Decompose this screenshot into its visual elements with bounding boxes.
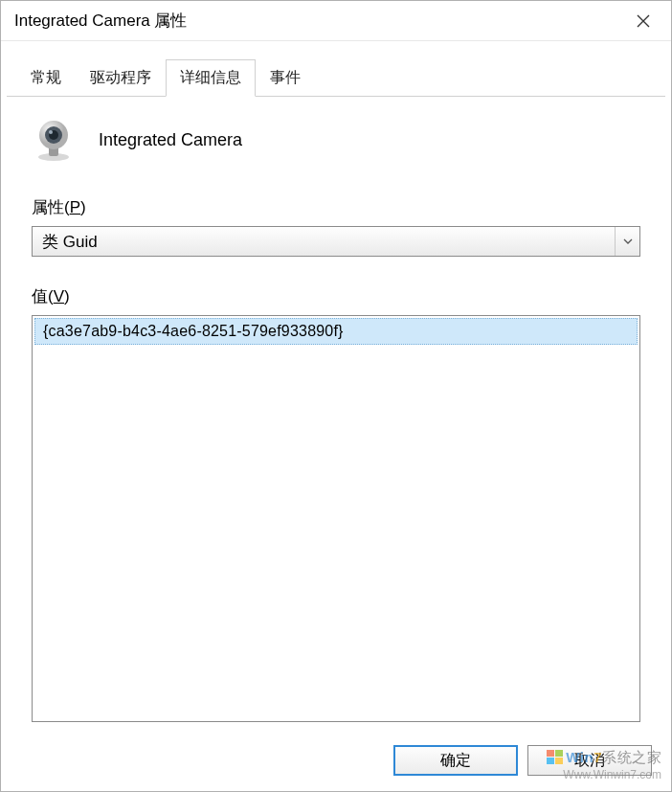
close-button[interactable]: [619, 1, 667, 40]
titlebar: Integrated Camera 属性: [1, 1, 671, 41]
camera-icon: [32, 118, 76, 162]
button-row: 确定 取消: [7, 732, 665, 785]
value-item[interactable]: {ca3e7ab9-b4c3-4ae6-8251-579ef933890f}: [34, 318, 638, 345]
tab-panel-details: Integrated Camera 属性(P) 类 Guid 值(V) {ca3…: [7, 96, 665, 732]
device-header: Integrated Camera: [32, 118, 640, 162]
properties-dialog: Integrated Camera 属性 常规 驱动程序 详细信息 事件: [0, 0, 672, 792]
chevron-down-icon: [615, 227, 639, 256]
tab-events[interactable]: 事件: [256, 59, 315, 97]
tab-details[interactable]: 详细信息: [166, 59, 256, 97]
cancel-button[interactable]: 取消: [527, 745, 652, 776]
close-icon: [637, 14, 650, 28]
property-label: 属性(P): [32, 196, 640, 218]
window-title: Integrated Camera 属性: [14, 10, 619, 32]
device-name: Integrated Camera: [99, 130, 242, 150]
tab-general[interactable]: 常规: [16, 59, 76, 97]
value-label: 值(V): [32, 285, 640, 307]
property-dropdown[interactable]: 类 Guid: [32, 226, 640, 257]
svg-point-5: [49, 130, 53, 134]
tab-driver[interactable]: 驱动程序: [76, 59, 166, 97]
tab-strip: 常规 驱动程序 详细信息 事件: [7, 58, 665, 96]
value-listbox[interactable]: {ca3e7ab9-b4c3-4ae6-8251-579ef933890f}: [32, 315, 640, 722]
property-selected-value: 类 Guid: [42, 231, 98, 253]
ok-button[interactable]: 确定: [393, 745, 518, 776]
content-area: 常规 驱动程序 详细信息 事件: [1, 41, 671, 791]
